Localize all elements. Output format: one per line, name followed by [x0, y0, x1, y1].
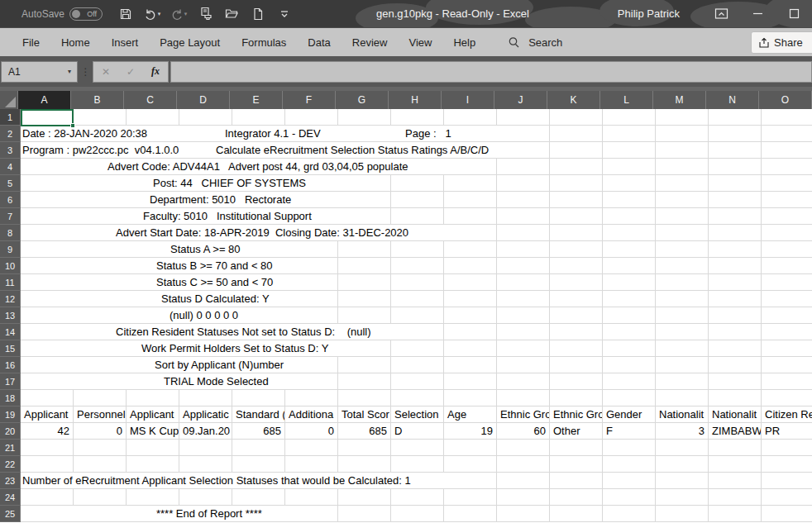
- column-header-B[interactable]: B: [71, 91, 124, 109]
- column-header-C[interactable]: C: [124, 91, 177, 109]
- row-header-6[interactable]: 6: [0, 192, 21, 208]
- new-document-button[interactable]: [246, 3, 270, 25]
- row-header-17[interactable]: 17: [0, 373, 21, 390]
- search-box[interactable]: Search: [508, 36, 562, 49]
- active-cell-selection[interactable]: [21, 109, 74, 126]
- row-header-18[interactable]: 18: [0, 390, 21, 407]
- sheet-row-9[interactable]: Status A >= 80: [21, 241, 812, 258]
- name-box[interactable]: A1 ▾: [1, 61, 78, 83]
- data-cell-J20[interactable]: 60: [497, 423, 550, 439]
- redo-button[interactable]: ▾: [167, 3, 190, 25]
- insert-function-button[interactable]: fx: [143, 65, 168, 78]
- sheet-row-12[interactable]: Status D Calculated: Y: [21, 291, 812, 307]
- sheet-row-16[interactable]: Sort by Applicant (N)umber: [21, 357, 812, 373]
- header-cell-B19[interactable]: Personnel: [74, 407, 127, 422]
- data-cell-O20[interactable]: PR: [762, 423, 812, 439]
- data-cell-F20[interactable]: 0: [285, 423, 338, 439]
- header-cell-E19[interactable]: Standard (: [232, 407, 285, 422]
- data-cell-C20[interactable]: MS K Cupi: [127, 423, 179, 439]
- sheet-row-23[interactable]: Number of eRecruitment Applicant Selecti…: [21, 473, 812, 489]
- data-cell-E20[interactable]: 685: [232, 423, 285, 439]
- tab-insert[interactable]: Insert: [101, 28, 150, 56]
- header-cell-C19[interactable]: Applicant: [127, 407, 179, 422]
- column-header-E[interactable]: E: [230, 91, 283, 109]
- autosave-toggle[interactable]: Off: [69, 7, 103, 21]
- data-cell-L20[interactable]: F: [603, 423, 656, 439]
- row-header-10[interactable]: 10: [0, 258, 21, 274]
- row-header-13[interactable]: 13: [0, 307, 21, 324]
- customize-toolbar-button[interactable]: [273, 3, 296, 25]
- data-cell-B20[interactable]: 0: [74, 423, 127, 439]
- header-cell-J19[interactable]: Ethnic Gro: [497, 407, 550, 422]
- data-cell-A20[interactable]: 42: [21, 423, 74, 439]
- column-header-G[interactable]: G: [336, 91, 389, 109]
- tab-page-layout[interactable]: Page Layout: [149, 28, 231, 56]
- row-header-15[interactable]: 15: [0, 340, 21, 357]
- header-cell-A19[interactable]: Applicant: [21, 407, 74, 422]
- row-header-3[interactable]: 3: [0, 142, 21, 159]
- row-header-21[interactable]: 21: [0, 440, 21, 456]
- data-cell-D20[interactable]: 09.Jan.20: [179, 423, 232, 439]
- sheet-row-14[interactable]: Citizen Resident Statuses Not set to Sta…: [21, 324, 812, 340]
- redo-dropdown-caret[interactable]: ▾: [184, 11, 188, 17]
- column-header-K[interactable]: K: [547, 91, 600, 109]
- row-header-12[interactable]: 12: [0, 291, 21, 307]
- sheet-row-3[interactable]: Program : pw22ccc.pc v04.1.0.0Calculate …: [21, 142, 812, 159]
- header-cell-M19[interactable]: Nationalit: [656, 407, 709, 422]
- data-cell-K20[interactable]: Other: [550, 423, 603, 439]
- column-header-F[interactable]: F: [283, 91, 336, 109]
- sheet-row-6[interactable]: Department: 5010 Rectorate: [21, 192, 812, 208]
- sheet-row-2[interactable]: Date : 28-JAN-2020 20:38Integrator 4.1 -…: [21, 126, 812, 142]
- column-header-A[interactable]: A: [18, 91, 71, 109]
- sheet-row-13[interactable]: (null) 0 0 0 0 0: [21, 307, 812, 324]
- data-cell-H20[interactable]: D: [391, 423, 444, 439]
- save-button[interactable]: [114, 3, 137, 25]
- row-header-20[interactable]: 20: [0, 423, 21, 440]
- row-header-16[interactable]: 16: [0, 357, 21, 373]
- tab-help[interactable]: Help: [442, 28, 486, 56]
- print-preview-button[interactable]: [193, 3, 217, 25]
- sheet-row-5[interactable]: Post: 44 CHIEF OF SYSTEMS: [21, 175, 812, 192]
- column-header-H[interactable]: H: [389, 91, 442, 109]
- row-header-25[interactable]: 25: [0, 506, 21, 522]
- autosave-control[interactable]: AutoSave Off: [21, 7, 103, 21]
- column-header-D[interactable]: D: [177, 91, 230, 109]
- sheet-row-10[interactable]: Status B >= 70 and < 80: [21, 258, 812, 274]
- row-header-19[interactable]: 19: [0, 407, 21, 423]
- sheet-row-22[interactable]: [21, 456, 812, 473]
- cancel-button[interactable]: ✕: [93, 66, 118, 78]
- sheet-row-25[interactable]: **** End of Report ****: [21, 506, 812, 522]
- header-cell-I19[interactable]: Age: [444, 407, 497, 422]
- column-header-M[interactable]: M: [653, 91, 706, 109]
- share-button[interactable]: Share: [751, 31, 812, 54]
- row-header-8[interactable]: 8: [0, 225, 21, 241]
- select-all-button[interactable]: [0, 91, 18, 109]
- header-cell-G19[interactable]: Total Scor: [338, 407, 391, 422]
- enter-button[interactable]: ✓: [118, 66, 143, 78]
- sheet-row-1[interactable]: [21, 109, 812, 126]
- row-header-2[interactable]: 2: [0, 126, 21, 142]
- column-header-O[interactable]: O: [759, 91, 812, 109]
- sheet-row-15[interactable]: Work Permit Holders Set to Status D: Y: [21, 340, 812, 357]
- formula-bar-handle[interactable]: ⋮: [78, 66, 93, 78]
- data-cell-I20[interactable]: 19: [444, 423, 497, 439]
- row-header-5[interactable]: 5: [0, 175, 21, 192]
- row-header-22[interactable]: 22: [0, 456, 21, 473]
- formula-input[interactable]: [170, 61, 812, 83]
- sheet-row-4[interactable]: Advert Code: ADV44A1 Advert post 44, grd…: [21, 159, 812, 175]
- undo-dropdown-caret[interactable]: ▾: [158, 11, 161, 17]
- header-cell-D19[interactable]: Applicatic: [179, 407, 232, 422]
- sheet-row-24[interactable]: [21, 489, 812, 506]
- header-cell-F19[interactable]: Additiona: [285, 407, 338, 422]
- column-header-N[interactable]: N: [706, 91, 759, 109]
- row-header-4[interactable]: 4: [0, 159, 21, 175]
- column-header-I[interactable]: I: [442, 91, 494, 109]
- fill-handle[interactable]: [70, 123, 75, 128]
- undo-button[interactable]: ▾: [141, 3, 164, 25]
- column-header-L[interactable]: L: [600, 91, 653, 109]
- tab-view[interactable]: View: [398, 28, 442, 56]
- data-cell-N20[interactable]: ZIMBABW: [709, 423, 762, 439]
- header-cell-N19[interactable]: Nationalit: [709, 407, 762, 422]
- row-header-7[interactable]: 7: [0, 208, 21, 225]
- tab-review[interactable]: Review: [342, 28, 399, 56]
